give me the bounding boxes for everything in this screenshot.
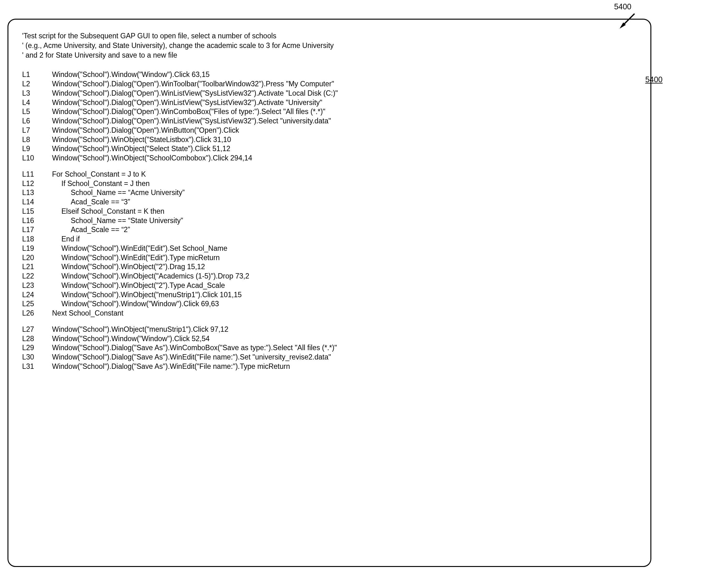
- code-line: L17Acad_Scale == “2”: [22, 225, 638, 234]
- code-line: L4Window("School").Dialog("Open").WinLis…: [22, 98, 638, 107]
- line-number: L12: [22, 179, 52, 188]
- line-number: L23: [22, 281, 52, 290]
- code-line: L28Window("School").Window("Window").Cli…: [22, 334, 638, 343]
- line-number: L28: [22, 334, 52, 343]
- line-number: L25: [22, 299, 52, 309]
- line-number: L11: [22, 170, 52, 179]
- code-text: Window("School").WinObject("menuStrip1")…: [52, 325, 228, 334]
- code-line: L16School_Name == “State University”: [22, 216, 638, 225]
- code-line: L2Window("School").Dialog("Open").WinToo…: [22, 80, 638, 88]
- line-number: L6: [22, 116, 52, 125]
- line-number: L4: [22, 98, 52, 107]
- line-number: L7: [22, 126, 52, 135]
- code-line: L23Window("School").WinObject("2").Type …: [22, 281, 638, 290]
- code-line: L14Acad_Scale == “3”: [22, 198, 638, 206]
- line-number: L5: [22, 107, 52, 116]
- code-text: Window("School").Dialog("Save As").WinEd…: [52, 362, 290, 371]
- code-line: L27Window("School").WinObject("menuStrip…: [22, 325, 638, 334]
- code-line: L3Window("School").Dialog("Open").WinLis…: [22, 89, 638, 98]
- line-number: L18: [22, 235, 52, 243]
- code-line: L5Window("School").Dialog("Open").WinCom…: [22, 107, 638, 116]
- code-line: L22Window("School").WinObject("Academics…: [22, 272, 638, 281]
- code-line: L12If School_Constant = J then: [22, 179, 638, 188]
- code-text: Window("School").WinObject("Select State…: [52, 144, 230, 153]
- line-number: L8: [22, 135, 52, 144]
- code-body: L1Window("School").Window("Window").Clic…: [22, 70, 638, 371]
- page: 5400 5400 'Test script for the Subsequen…: [0, 0, 728, 576]
- code-line: L24Window("School").WinObject("menuStrip…: [22, 290, 638, 299]
- code-text: Window("School").WinObject("2").Drag 15,…: [52, 262, 205, 271]
- code-text: Window("School").Dialog("Open").WinListV…: [52, 89, 338, 98]
- code-text: Window("School").Dialog("Open").WinToolb…: [52, 80, 334, 88]
- line-number: L17: [22, 225, 52, 234]
- blank-line: [22, 163, 638, 170]
- code-text: End if: [52, 235, 80, 243]
- code-text: Window("School").Dialog("Open").WinListV…: [52, 116, 331, 125]
- code-line: L1Window("School").Window("Window").Clic…: [22, 70, 638, 79]
- code-text: Window("School").WinObject("SchoolCombob…: [52, 153, 252, 163]
- figure-number-top: 5400: [614, 2, 632, 11]
- line-number: L20: [22, 253, 52, 262]
- code-text: Window("School").WinObject("Academics (1…: [52, 272, 249, 281]
- line-number: L31: [22, 362, 52, 371]
- code-line: L30Window("School").Dialog("Save As").Wi…: [22, 353, 638, 362]
- code-text: Window("School").Dialog("Open").WinButto…: [52, 126, 239, 135]
- code-text: Window("School").Window("Window").Click …: [52, 70, 210, 79]
- line-number: L2: [22, 80, 52, 88]
- code-line: L13School_Name == “Acme University”: [22, 188, 638, 197]
- blank-line: [22, 318, 638, 325]
- line-number: L22: [22, 272, 52, 281]
- line-number: L16: [22, 216, 52, 225]
- code-line: L10Window("School").WinObject("SchoolCom…: [22, 153, 638, 163]
- code-text: Window("School").Window("Window").Click …: [52, 334, 210, 343]
- code-text: School_Name == “State University”: [52, 216, 183, 225]
- code-line: L8Window("School").WinObject("StateListb…: [22, 135, 638, 144]
- code-line: L19Window("School").WinEdit("Edit").Set …: [22, 244, 638, 253]
- line-number: L14: [22, 198, 52, 206]
- code-text: School_Name == “Acme University”: [52, 188, 185, 197]
- comment-line: ' and 2 for State University and save to…: [22, 51, 638, 60]
- code-line: L18End if: [22, 235, 638, 243]
- code-text: Acad_Scale == “3”: [52, 198, 130, 206]
- code-line: L25Window("School").Window("Window").Cli…: [22, 299, 638, 309]
- code-text: Window("School").WinEdit("Edit").Type mi…: [52, 253, 220, 262]
- code-text: Window("School").Window("Window").Click …: [52, 299, 219, 309]
- line-number: L1: [22, 70, 52, 79]
- line-number: L24: [22, 290, 52, 299]
- code-line: L9Window("School").WinObject("Select Sta…: [22, 144, 638, 153]
- code-text: Elseif School_Constant = K then: [52, 207, 165, 216]
- code-line: L29Window("School").Dialog("Save As").Wi…: [22, 343, 638, 352]
- code-text: Window("School").Dialog("Save As").WinEd…: [52, 353, 331, 362]
- code-text: Window("School").WinObject("2").Type Aca…: [52, 281, 225, 290]
- code-text: Next School_Constant: [52, 309, 123, 318]
- comment-line: 'Test script for the Subsequent GAP GUI …: [22, 31, 638, 40]
- line-number: L30: [22, 353, 52, 362]
- line-number: L27: [22, 325, 52, 334]
- line-number: L21: [22, 262, 52, 271]
- line-number: L19: [22, 244, 52, 253]
- line-number: L26: [22, 309, 52, 318]
- code-line: L6Window("School").Dialog("Open").WinLis…: [22, 116, 638, 125]
- line-number: L10: [22, 153, 52, 163]
- code-line: L15Elseif School_Constant = K then: [22, 207, 638, 216]
- code-text: Acad_Scale == “2”: [52, 225, 130, 234]
- line-number: L29: [22, 343, 52, 352]
- code-text: Window("School").Dialog("Open").WinCombo…: [52, 107, 325, 116]
- code-line: L21Window("School").WinObject("2").Drag …: [22, 262, 638, 271]
- code-line: L11For School_Constant = J to K: [22, 170, 638, 179]
- code-box: 'Test script for the Subsequent GAP GUI …: [7, 19, 651, 567]
- code-line: L31Window("School").Dialog("Save As").Wi…: [22, 362, 638, 371]
- line-number: L3: [22, 89, 52, 98]
- code-text: Window("School").WinObject("menuStrip1")…: [52, 290, 242, 299]
- code-line: L20Window("School").WinEdit("Edit").Type…: [22, 253, 638, 262]
- code-text: Window("School").Dialog("Save As").WinCo…: [52, 343, 337, 352]
- line-number: L9: [22, 144, 52, 153]
- code-text: If School_Constant = J then: [52, 179, 149, 188]
- comment-block: 'Test script for the Subsequent GAP GUI …: [22, 31, 638, 59]
- line-number: L15: [22, 207, 52, 216]
- code-text: For School_Constant = J to K: [52, 170, 146, 179]
- line-number: L13: [22, 188, 52, 197]
- code-text: Window("School").WinObject("StateListbox…: [52, 135, 231, 144]
- code-text: Window("School").Dialog("Open").WinListV…: [52, 98, 322, 107]
- code-text: Window("School").WinEdit("Edit").Set Sch…: [52, 244, 227, 253]
